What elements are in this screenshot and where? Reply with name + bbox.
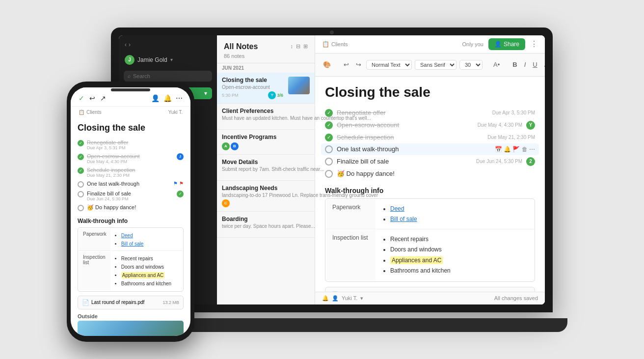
bill-of-sale-link[interactable]: Bill of sale [390, 216, 417, 222]
attachment-bar[interactable]: 📄 Last round of repairs.pdf 13.2 MB [325, 287, 535, 291]
phone-task-due: Due Apr 3, 5:31 PM [87, 145, 184, 150]
filter-icon[interactable]: ⊟ [296, 43, 300, 50]
tag-count: 3/6 [277, 93, 283, 98]
phone-list-item: Doors and windows [121, 263, 178, 271]
nav-back-icon[interactable]: ‹ [125, 41, 127, 48]
format-select[interactable]: Normal Text [366, 60, 412, 70]
share-icon-footer[interactable]: 👤 [332, 295, 339, 302]
phone-attachment-name: Last round of repairs.pdf [91, 300, 144, 305]
phone-task-bill-of-sale: Finalize bill of sale Due Jun 24, 5:30 P… [78, 189, 184, 203]
phone-task-checkbox[interactable]: ✓ [78, 154, 84, 160]
font-color-icon[interactable]: A• [491, 60, 502, 69]
note-item-preferences[interactable]: Client Preferences Must have an updated … [217, 104, 315, 130]
note-title: Client Preferences [222, 108, 371, 114]
phone-bill-link[interactable]: Bill of sale [121, 241, 144, 247]
note-main-title: Closing the sale [325, 84, 535, 100]
deed-link[interactable]: Deed [390, 205, 404, 212]
search-input[interactable] [133, 73, 208, 79]
task-checkbox[interactable] [325, 170, 333, 178]
phone-task-checkbox[interactable] [78, 191, 84, 197]
task-checkbox[interactable] [325, 158, 333, 166]
phone-task-checkbox[interactable] [78, 181, 84, 188]
user-avatar: J [125, 55, 134, 65]
phone-bell-icon[interactable]: 🔔 [163, 94, 172, 102]
bold-button[interactable]: B [510, 60, 519, 69]
note-item-landscaping[interactable]: Landscaping Needs landscaping-to-do 17 P… [217, 181, 315, 212]
font-select[interactable]: Sans Serif [415, 60, 456, 70]
phone-task-escrow: ✓ Open-escrow-account Due May 4, 4:30 PM… [78, 152, 184, 166]
phone-more-icon[interactable]: ⋯ [176, 94, 183, 102]
redo-icon[interactable]: ↪ [354, 60, 363, 69]
task-happy-dance: 🥳 Do happy dance! [325, 168, 535, 180]
color-swatch-icon: 🎨 [321, 60, 333, 69]
note-title: Landscaping Needs [222, 185, 378, 192]
phone-share-icon[interactable]: ↗ [100, 94, 106, 102]
reminder-icon[interactable]: 🔔 [322, 295, 329, 302]
share-button[interactable]: 👤 Share [488, 38, 525, 50]
note-item-move-details[interactable]: Move Details Submit report by 7am. Shift… [217, 155, 315, 181]
note-meta: 5:30 PM Y 3/6 [222, 91, 283, 99]
phone-task-flags: ⚑ ⚑ [173, 181, 184, 186]
phone-deed-link[interactable]: Deed [121, 233, 133, 238]
note-title: Incentive Programs [222, 134, 310, 140]
font-highlight-icon[interactable]: A▾ [542, 60, 545, 69]
phone-person-icon[interactable]: 👤 [151, 94, 160, 102]
user-dropdown-icon[interactable]: ▾ [170, 57, 173, 62]
phone-check-icon[interactable]: ✓ [79, 94, 84, 102]
sidebar-search-box[interactable]: ⌕ [124, 71, 212, 82]
note-item-closing-sale[interactable]: Closing the sale Open-escrow-account 5:3… [217, 73, 315, 104]
phone-list-item-appliances: Appliances and AC [121, 271, 178, 279]
table-cell-content: Recent repairs Doors and windows Applian… [376, 230, 534, 280]
phone-walk-through-title: Walk-through info [78, 218, 184, 224]
avatar-3: C [222, 199, 230, 207]
task-checkbox[interactable] [325, 145, 333, 153]
phone-list-item: Bathrooms and kitchen [121, 279, 178, 288]
sidebar-nav[interactable]: ‹ › [125, 41, 131, 48]
phone-undo-icon[interactable]: ↩ [89, 94, 95, 102]
phone-task-checkbox[interactable] [78, 205, 84, 211]
phone-task-inspection: ✓ Schedule inspection Due May 21, 2:30 P… [78, 166, 184, 179]
phone-table-content: Deed Bill of sale [111, 229, 182, 251]
phone-table-label: Paperwork [79, 229, 110, 251]
phone-attachment-info: 📄 Last round of repairs.pdf [82, 299, 144, 306]
table-cell-label: Inspection list [326, 230, 376, 280]
phone-task-due: Due May 21, 2:30 PM [87, 173, 184, 178]
breadcrumb-text: Clients [331, 41, 348, 47]
phone-list-item: Recent repairs [121, 254, 178, 263]
phone-task-checkbox[interactable]: ✓ [78, 167, 84, 174]
note-item-incentive[interactable]: Incentive Programs A B [217, 130, 315, 155]
footer-left: 🔔 👤 Yuki T. ▾ [322, 295, 363, 302]
more-options-icon[interactable]: ⋮ [530, 39, 538, 49]
phone-body: Closing the sale ✓ Renegotiate offer Due… [71, 118, 190, 336]
footer-user[interactable]: Yuki T. [342, 295, 357, 301]
phone-task-content: Schedule inspection Due May 21, 2:30 PM [87, 167, 184, 178]
phone-task-checkbox[interactable]: ✓ [78, 140, 84, 146]
footer-user-dropdown[interactable]: ▾ [360, 295, 363, 302]
task-due-date: Due May 4, 4:30 PM [478, 122, 522, 128]
note-thumbnail [288, 77, 310, 94]
task-walkthrough: One last walk-through 📅 🔔 🚩 🗑 ⋯ [321, 143, 539, 155]
task-avatar: Y [526, 121, 535, 130]
phone-task-text: Renegotiate offer [87, 139, 128, 145]
note-item-boarding[interactable]: Boarding twice per day. Space hours apar… [217, 212, 315, 238]
list-item-bathrooms: Bathrooms and kitchen [390, 266, 528, 276]
task-checkbox[interactable]: ✓ [325, 134, 333, 141]
list-item-doors-windows: Doors and windows [390, 245, 528, 255]
phone-table-row-paperwork: Paperwork Deed Bill of sale [79, 229, 182, 251]
grid-icon[interactable]: ⊞ [303, 43, 308, 50]
list-item-appliances: Appliances and AC [390, 255, 528, 266]
phone-task-text: One last walk-through [87, 181, 139, 187]
phone-attachment-bar[interactable]: 📄 Last round of repairs.pdf 13.2 MB [78, 296, 184, 309]
italic-button[interactable]: I [522, 60, 528, 69]
nav-forward-icon[interactable]: › [129, 41, 131, 48]
phone-pdf-icon: 📄 [82, 299, 89, 306]
sort-icon[interactable]: ↕ [291, 43, 294, 50]
font-size-select[interactable]: 30 [459, 60, 483, 70]
note-content-panel: 📋 Clients Only you 👤 Share ⋮ [315, 35, 545, 304]
avatar-1: A [222, 142, 230, 150]
underline-button[interactable]: U [531, 60, 539, 69]
undo-icon[interactable]: ↩ [342, 60, 351, 69]
task-bill-of-sale: Finalize bill of sale Due Jun 24, 5:30 P… [325, 155, 535, 168]
sidebar-user[interactable]: J Jamie Gold ▾ [119, 53, 217, 67]
user-name-label: Jamie Gold [137, 56, 167, 63]
